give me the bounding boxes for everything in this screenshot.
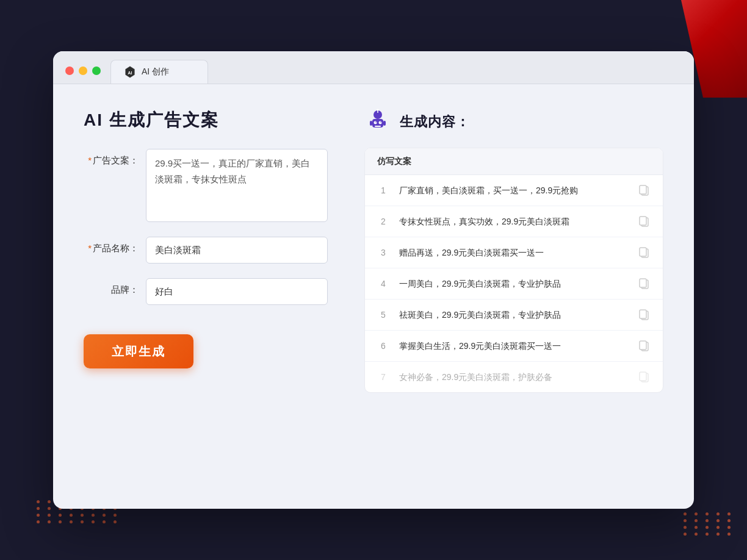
tab-title-text: AI 创作 xyxy=(142,66,169,77)
result-number: 6 xyxy=(377,341,389,351)
browser-tab[interactable]: AI AI 创作 xyxy=(110,60,208,84)
svg-rect-4 xyxy=(370,121,372,126)
close-button[interactable] xyxy=(65,66,74,75)
result-item: 6 掌握美白生活，29.9元美白淡斑霜买一送一 xyxy=(365,331,663,362)
brand-row: 品牌： xyxy=(84,278,328,305)
minimize-button[interactable] xyxy=(79,66,87,75)
copy-icon[interactable] xyxy=(637,370,651,384)
result-item: 5 祛斑美白，29.9元美白淡斑霜，专业护肤品 xyxy=(365,300,663,331)
bg-decoration-bottom-right xyxy=(684,512,735,536)
result-item: 2 专抹女性斑点，真实功效，29.9元美白淡斑霜 xyxy=(365,206,663,237)
maximize-button[interactable] xyxy=(92,66,101,75)
result-number: 4 xyxy=(377,279,389,289)
svg-point-12 xyxy=(380,121,381,123)
copy-icon[interactable] xyxy=(637,308,651,321)
ai-tab-icon: AI xyxy=(123,65,137,79)
result-text: 一周美白，29.9元美白淡斑霜，专业护肤品 xyxy=(399,278,627,290)
ad-copy-row: *广告文案： 29.9买一送一，真正的厂家直销，美白淡斑霜，专抹女性斑点 xyxy=(84,149,328,222)
copy-icon[interactable] xyxy=(637,246,651,259)
result-text: 祛斑美白，29.9元美白淡斑霜，专业护肤品 xyxy=(399,309,627,321)
result-text: 赠品再送，29.9元美白淡斑霜买一送一 xyxy=(399,246,627,259)
result-item: 7 女神必备，29.9元美白淡斑霜，护肤必备 xyxy=(365,362,663,392)
copy-icon[interactable] xyxy=(637,215,651,228)
svg-point-10 xyxy=(377,109,379,111)
result-number: 5 xyxy=(377,310,389,320)
browser-content: AI 生成广告文案 *广告文案： 29.9买一送一，真正的厂家直销，美白淡斑霜，… xyxy=(53,84,694,509)
browser-window: AI AI 创作 AI 生成广告文案 *广告文案： 29.9买一送一，真正的厂家… xyxy=(53,51,694,509)
result-item: 1 厂家直销，美白淡斑霜，买一送一，29.9元抢购 xyxy=(365,175,663,206)
copy-icon[interactable] xyxy=(637,277,651,290)
svg-rect-14 xyxy=(640,185,646,194)
brand-label: 品牌： xyxy=(84,278,139,296)
svg-rect-24 xyxy=(640,341,646,350)
right-panel: 生成内容： 仿写文案 1 厂家直销，美白淡斑霜，买一送一，29.9元抢购 2 专… xyxy=(364,109,663,484)
result-item: 3 赠品再送，29.9元美白淡斑霜买一送一 xyxy=(365,237,663,268)
generate-button[interactable]: 立即生成 xyxy=(84,334,193,368)
result-number: 7 xyxy=(377,372,389,382)
result-number: 1 xyxy=(377,185,389,195)
svg-point-11 xyxy=(375,121,377,123)
svg-rect-16 xyxy=(640,217,646,225)
result-items-list: 1 厂家直销，美白淡斑霜，买一送一，29.9元抢购 2 专抹女性斑点，真实功效，… xyxy=(365,175,663,392)
product-name-row: *产品名称： xyxy=(84,237,328,264)
ad-copy-required: * xyxy=(88,155,92,165)
svg-rect-22 xyxy=(640,310,646,318)
brand-input[interactable] xyxy=(146,278,328,305)
svg-text:AI: AI xyxy=(128,70,132,76)
form-section: *广告文案： 29.9买一送一，真正的厂家直销，美白淡斑霜，专抹女性斑点 *产品… xyxy=(84,149,328,305)
result-number: 2 xyxy=(377,217,389,226)
ad-copy-textarea[interactable]: 29.9买一送一，真正的厂家直销，美白淡斑霜，专抹女性斑点 xyxy=(146,149,328,222)
svg-point-7 xyxy=(379,121,382,124)
left-panel: AI 生成广告文案 *广告文案： 29.9买一送一，真正的厂家直销，美白淡斑霜，… xyxy=(84,109,328,484)
results-header-row: 仿写文案 xyxy=(365,148,663,175)
result-text: 掌握美白生活，29.9元美白淡斑霜买一送一 xyxy=(399,340,627,353)
product-name-label: *产品名称： xyxy=(84,237,139,254)
result-text: 女神必备，29.9元美白淡斑霜，护肤必备 xyxy=(399,371,627,384)
result-number: 3 xyxy=(377,248,389,257)
result-title: 生成内容： xyxy=(400,113,470,131)
copy-icon[interactable] xyxy=(637,339,651,353)
result-item: 4 一周美白，29.9元美白淡斑霜，专业护肤品 xyxy=(365,268,663,300)
result-text: 专抹女性斑点，真实功效，29.9元美白淡斑霜 xyxy=(399,215,627,228)
robot-icon xyxy=(364,109,391,135)
result-text: 厂家直销，美白淡斑霜，买一送一，29.9元抢购 xyxy=(399,184,627,197)
svg-point-6 xyxy=(374,121,377,124)
svg-rect-18 xyxy=(640,248,646,256)
browser-chrome: AI AI 创作 xyxy=(53,51,694,84)
svg-rect-5 xyxy=(383,121,386,126)
results-column-header: 仿写文案 xyxy=(377,156,411,166)
copy-icon[interactable] xyxy=(637,184,651,197)
svg-rect-8 xyxy=(375,126,381,127)
svg-rect-26 xyxy=(640,372,646,381)
result-header: 生成内容： xyxy=(364,109,663,135)
svg-rect-20 xyxy=(640,279,646,287)
product-name-input[interactable] xyxy=(146,237,328,264)
product-name-required: * xyxy=(88,243,92,253)
ad-copy-label: *广告文案： xyxy=(84,149,139,167)
page-title: AI 生成广告文案 xyxy=(84,109,328,132)
window-controls xyxy=(65,66,101,84)
results-container: 仿写文案 1 厂家直销，美白淡斑霜，买一送一，29.9元抢购 2 专抹女性斑点，… xyxy=(364,148,663,393)
